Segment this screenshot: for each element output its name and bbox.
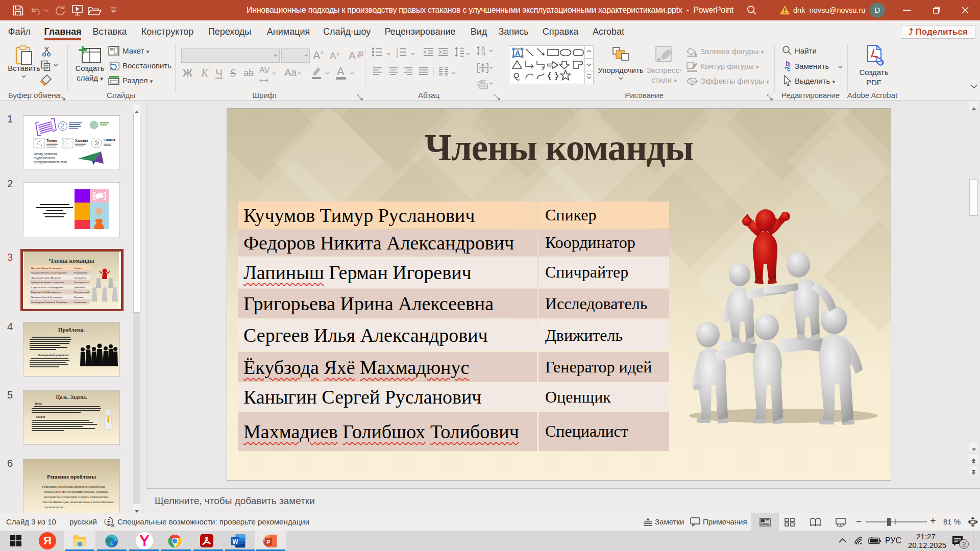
svg-text:Генератор идей: Генератор идей — [74, 291, 90, 293]
svg-text:Каныгин Сергей Русланович: Каныгин Сергей Русланович — [31, 296, 63, 298]
svg-text:Специалист: Специалист — [74, 301, 86, 304]
svg-text:EduNet: EduNet — [104, 138, 116, 142]
svg-text:Координатор: Координатор — [74, 271, 87, 274]
svg-text:Оценщик: Оценщик — [74, 296, 84, 298]
svg-text:Решением проблемы является раз: Решением проблемы является разработка — [42, 485, 106, 489]
svg-text:Ёкубзода Яхё Махмадюнус: Ёкубзода Яхё Махмадюнус — [31, 291, 61, 293]
svg-text:W: W — [232, 538, 238, 545]
svg-text:Спикер: Спикер — [74, 267, 82, 269]
svg-text:Кучумов Тимур Русланович: Кучумов Тимур Русланович — [31, 267, 62, 269]
svg-text:Технет: Технет — [46, 139, 57, 142]
svg-text:производство.: производство. — [44, 505, 65, 509]
svg-text:которая бы позволила создать т: которая бы позволила создать технологию, — [44, 495, 109, 499]
svg-text:технологии изготовления правог: технологии изготовления правого стакана, — [44, 490, 109, 494]
svg-text:Цель.: Цель. — [35, 402, 43, 405]
svg-text:Цель. Задача.: Цель. Задача. — [56, 394, 87, 400]
svg-text:Исследователь: Исследователь — [74, 281, 89, 284]
svg-text:Задачи: Задачи — [36, 415, 45, 418]
svg-text:P: P — [266, 539, 271, 545]
svg-text:предпринимательства: предпринимательства — [34, 160, 67, 164]
svg-text:Спичрайтер: Спичрайтер — [74, 277, 86, 279]
svg-text:Решение проблемы: Решение проблемы — [47, 473, 96, 480]
svg-text:Федоров Никита Александрович: Федоров Никита Александрович — [31, 271, 67, 274]
svg-text:Сергеев Илья Александрович: Сергеев Илья Александрович — [31, 286, 63, 289]
svg-text:1: 1 — [396, 47, 398, 51]
svg-text:Я: Я — [481, 51, 485, 57]
svg-text:Лапиныш Герман Игоревич: Лапиныш Герман Игоревич — [31, 277, 61, 279]
svg-text:обеспечивающую экономичное и к: обеспечивающую экономичное и качественно… — [42, 500, 113, 504]
svg-text:Члены команды: Члены команды — [48, 257, 94, 264]
svg-text:Ожидаемый результат: Ожидаемый результат — [38, 354, 69, 357]
svg-text:A: A — [515, 49, 520, 57]
svg-text:Григорьева Ирина Алексеевна: Григорьева Ирина Алексеевна — [31, 281, 64, 284]
svg-text:Хэлснет: Хэлснет — [75, 139, 88, 142]
svg-text:3: 3 — [396, 54, 398, 57]
svg-text:Центр развития: Центр развития — [34, 152, 57, 156]
svg-text:Движитель: Движитель — [74, 286, 85, 289]
svg-text:Махмадиев Голибшох Толибович: Махмадиев Голибшох Толибович — [31, 301, 68, 304]
svg-text:Проблема.: Проблема. — [58, 327, 85, 333]
svg-text:студенческого: студенческого — [34, 156, 55, 160]
